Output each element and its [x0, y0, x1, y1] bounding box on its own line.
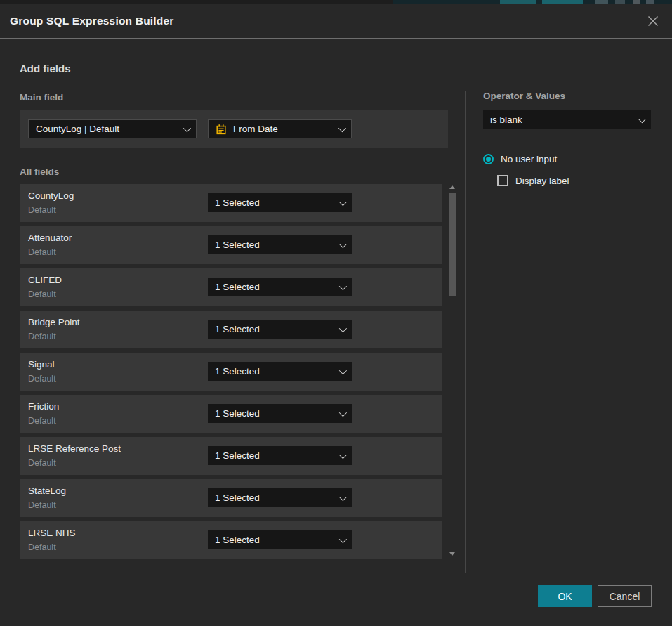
chevron-down-icon: [339, 366, 347, 374]
field-selection-dropdown[interactable]: 1 Selected: [208, 530, 352, 549]
main-date-field-dropdown[interactable]: From Date: [208, 119, 352, 138]
operator-values-label: Operator & Values: [483, 91, 565, 101]
dialog-header: Group SQL Expression Builder: [0, 4, 672, 39]
field-subtitle: Default: [28, 247, 56, 257]
field-subtitle: Default: [28, 542, 56, 552]
operator-dropdown-value: is blank: [490, 115, 633, 125]
field-selection-value: 1 Selected: [215, 408, 334, 419]
field-name: StateLog: [28, 485, 66, 496]
field-selection-dropdown[interactable]: 1 Selected: [208, 235, 352, 254]
field-subtitle: Default: [28, 458, 56, 468]
field-subtitle: Default: [28, 374, 56, 384]
field-selection-value: 1 Selected: [215, 197, 334, 208]
column-divider: [465, 91, 466, 573]
field-selection-dropdown[interactable]: 1 Selected: [208, 488, 352, 507]
dialog-title: Group SQL Expression Builder: [10, 15, 174, 27]
field-selection-value: 1 Selected: [215, 366, 334, 377]
field-selection-value: 1 Selected: [215, 282, 334, 292]
field-selection-dropdown[interactable]: 1 Selected: [208, 193, 352, 212]
field-name: LRSE Reference Post: [28, 443, 121, 454]
main-field-label: Main field: [20, 92, 63, 103]
field-row: Bridge Point Default 1 Selected: [20, 311, 442, 348]
field-row: CountyLog Default 1 Selected: [20, 184, 442, 222]
chevron-down-icon: [339, 197, 347, 205]
field-row: CLIFED Default 1 Selected: [20, 268, 442, 306]
field-row: LRSE NHS Default 1 Selected: [20, 521, 442, 559]
chevron-down-icon: [339, 282, 347, 289]
field-selection-dropdown[interactable]: 1 Selected: [208, 446, 352, 465]
field-name: CountyLog: [28, 190, 74, 201]
field-subtitle: Default: [28, 416, 56, 426]
field-subtitle: Default: [28, 205, 56, 215]
close-button[interactable]: [645, 13, 661, 29]
field-selection-value: 1 Selected: [215, 535, 334, 545]
field-name: Attenuator: [28, 233, 72, 243]
field-name: Friction: [28, 401, 59, 412]
group-sql-expression-builder-dialog: Group SQL Expression Builder Add fields …: [0, 4, 672, 626]
checkbox-unchecked-icon: [497, 175, 508, 186]
radio-selected-icon: [483, 154, 494, 164]
chevron-down-icon: [638, 115, 646, 122]
field-name: Bridge Point: [28, 317, 80, 327]
no-user-input-label: No user input: [501, 154, 557, 164]
field-subtitle: Default: [28, 500, 56, 510]
arrow-up-icon: [449, 185, 455, 189]
ok-button[interactable]: OK: [538, 585, 592, 607]
field-selection-dropdown[interactable]: 1 Selected: [208, 278, 352, 296]
all-fields-label: All fields: [20, 167, 59, 177]
chevron-down-icon: [339, 493, 347, 500]
field-selection-value: 1 Selected: [215, 493, 334, 503]
scrollbar-thumb[interactable]: [449, 193, 456, 296]
arrow-down-icon: [449, 552, 455, 556]
field-subtitle: Default: [28, 289, 56, 299]
all-fields-list: CountyLog Default 1 Selected Attenuator …: [20, 184, 442, 563]
scrollbar-down-button[interactable]: [448, 551, 456, 556]
main-layer-dropdown-value: CountyLog | Default: [36, 124, 178, 134]
field-row: Friction Default 1 Selected: [20, 395, 442, 433]
close-icon: [647, 15, 659, 27]
chevron-down-icon: [339, 240, 347, 247]
field-row: Signal Default 1 Selected: [20, 353, 442, 391]
no-user-input-radio[interactable]: No user input: [483, 154, 557, 164]
chevron-down-icon: [339, 450, 347, 458]
chevron-down-icon: [339, 324, 347, 332]
display-label-checkbox[interactable]: Display label: [497, 175, 569, 186]
chevron-down-icon: [339, 535, 347, 542]
display-label-text: Display label: [515, 176, 569, 186]
field-row: LRSE Reference Post Default 1 Selected: [20, 437, 442, 475]
field-subtitle: Default: [28, 332, 56, 341]
scrollbar-up-button[interactable]: [448, 184, 456, 190]
field-selection-value: 1 Selected: [215, 450, 334, 461]
field-name: Signal: [28, 359, 55, 370]
chevron-down-icon: [183, 124, 191, 131]
field-name: LRSE NHS: [28, 528, 76, 538]
main-date-field-dropdown-value: From Date: [233, 124, 333, 134]
field-selection-value: 1 Selected: [215, 240, 334, 250]
field-selection-value: 1 Selected: [215, 324, 334, 334]
calendar-icon: [216, 124, 227, 135]
field-row: StateLog Default 1 Selected: [20, 479, 442, 517]
main-field-panel: CountyLog | Default From Date: [20, 110, 448, 148]
field-selection-dropdown[interactable]: 1 Selected: [208, 404, 352, 423]
main-layer-dropdown[interactable]: CountyLog | Default: [28, 119, 197, 138]
operator-dropdown[interactable]: is blank: [483, 110, 651, 129]
field-selection-dropdown[interactable]: 1 Selected: [208, 362, 352, 381]
add-fields-heading: Add fields: [20, 63, 71, 74]
chevron-down-icon: [339, 408, 347, 416]
field-selection-dropdown[interactable]: 1 Selected: [208, 320, 352, 339]
field-name: CLIFED: [28, 275, 62, 285]
cancel-button[interactable]: Cancel: [598, 585, 652, 607]
field-row: Attenuator Default 1 Selected: [20, 226, 442, 264]
chevron-down-icon: [338, 124, 346, 131]
